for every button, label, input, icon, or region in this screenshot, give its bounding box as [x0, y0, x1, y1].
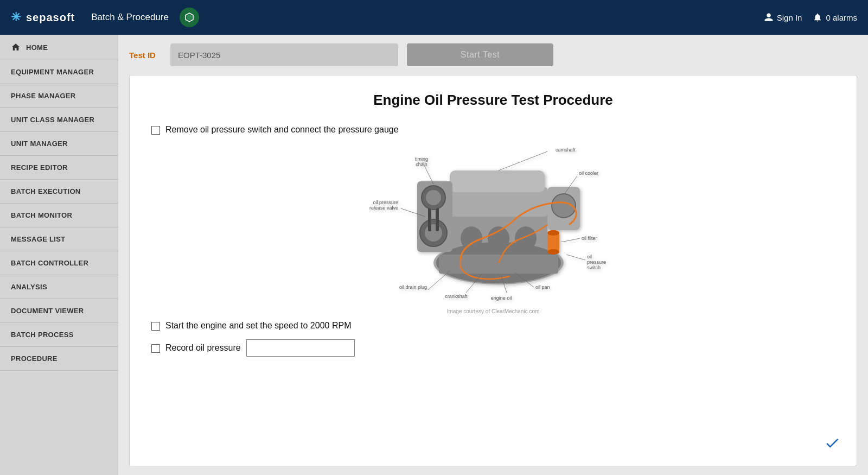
sidebar-label-batch-controller: BATCH CONTROLLER	[11, 259, 88, 267]
svg-rect-16	[428, 208, 431, 231]
sidebar-item-batch-execution[interactable]: BATCH EXECUTION	[0, 180, 118, 204]
hex-icon	[184, 12, 195, 23]
sidebar-label-message-list: MESSAGE LIST	[11, 235, 65, 243]
logo-text: sepasoft	[26, 11, 75, 24]
svg-rect-20	[547, 233, 559, 252]
test-id-label: Test ID	[129, 50, 162, 60]
svg-point-21	[547, 230, 559, 236]
svg-text:oil drain plug: oil drain plug	[399, 284, 427, 290]
svg-text:chain: chain	[416, 162, 427, 167]
sidebar-item-batch-monitor[interactable]: BATCH MONITOR	[0, 204, 118, 227]
sidebar-label-batch-monitor: BATCH MONITOR	[11, 211, 72, 219]
sidebar-label-batch-execution: BATCH EXECUTION	[11, 187, 80, 195]
svg-point-22	[547, 249, 559, 255]
svg-text:release valve: release valve	[369, 205, 398, 211]
nav-title: Batch & Procedure	[91, 12, 169, 23]
svg-text:timing: timing	[415, 156, 428, 162]
sidebar-label-equipment-manager: EQUIPMENT MANAGER	[11, 68, 94, 76]
logo: ✳ sepasoft	[11, 10, 75, 24]
sign-in-button[interactable]: Sign In	[764, 12, 802, 22]
sidebar-item-recipe-editor[interactable]: RECIPE EDITOR	[0, 156, 118, 180]
alarm-icon	[813, 12, 822, 22]
svg-marker-1	[187, 15, 192, 21]
oil-pressure-input[interactable]	[246, 339, 355, 357]
confirm-checkmark[interactable]	[824, 435, 840, 455]
step-3-text: Record oil pressure	[165, 343, 241, 353]
sidebar-item-unit-manager[interactable]: UNIT MANAGER	[0, 132, 118, 156]
sidebar-item-document-viewer[interactable]: DOCUMENT VIEWER	[0, 299, 118, 323]
step-3: Record oil pressure	[151, 339, 835, 357]
sidebar: HOME EQUIPMENT MANAGER PHASE MANAGER UNI…	[0, 35, 118, 475]
svg-point-10	[515, 226, 537, 250]
svg-text:oil pressure: oil pressure	[373, 200, 398, 205]
nav-right: Sign In 0 alarms	[764, 12, 857, 22]
svg-rect-17	[436, 208, 439, 231]
svg-text:switch: switch	[587, 265, 601, 270]
sidebar-label-phase-manager: PHASE MANAGER	[11, 92, 75, 100]
sidebar-label-batch-process: BATCH PROCESS	[11, 331, 74, 339]
procedure-title: Engine Oil Pressure Test Procedure	[151, 92, 835, 109]
user-icon	[764, 12, 774, 22]
svg-line-42	[428, 271, 450, 290]
step-1: Remove oil pressure switch and connect t…	[151, 125, 835, 135]
nav-left: ✳ sepasoft Batch & Procedure	[11, 8, 199, 27]
main-content: Test ID Start Test Engine Oil Pressure T…	[118, 35, 868, 475]
sidebar-item-phase-manager[interactable]: PHASE MANAGER	[0, 84, 118, 108]
sidebar-label-home: HOME	[26, 43, 48, 52]
main-layout: HOME EQUIPMENT MANAGER PHASE MANAGER UNI…	[0, 35, 868, 475]
svg-rect-7	[450, 170, 545, 192]
sidebar-label-procedure: PROCEDURE	[11, 354, 58, 363]
step-2-text: Start the engine and set the speed to 20…	[165, 321, 351, 331]
start-test-button[interactable]: Start Test	[407, 43, 553, 66]
test-id-input[interactable]	[170, 43, 398, 66]
svg-text:engine oil: engine oil	[491, 295, 512, 301]
sidebar-label-analysis: ANALYSIS	[11, 283, 47, 291]
svg-rect-5	[439, 255, 558, 274]
step-2-checkbox[interactable]	[151, 322, 160, 331]
svg-text:oil filter: oil filter	[582, 236, 597, 241]
svg-text:pressure: pressure	[587, 259, 606, 265]
svg-text:oil: oil	[587, 254, 592, 259]
sidebar-item-batch-controller[interactable]: BATCH CONTROLLER	[0, 251, 118, 275]
step-1-checkbox[interactable]	[151, 126, 160, 135]
sign-in-label[interactable]: Sign In	[777, 13, 802, 22]
svg-point-13	[426, 190, 441, 205]
checkmark-icon	[824, 435, 840, 451]
procedure-card: Engine Oil Pressure Test Procedure Remov…	[129, 75, 857, 466]
logo-icon: ✳	[11, 10, 21, 24]
svg-line-30	[561, 238, 580, 242]
step-1-text: Remove oil pressure switch and connect t…	[165, 125, 399, 135]
sidebar-label-recipe-editor: RECIPE EDITOR	[11, 163, 68, 172]
sidebar-label-unit-manager: UNIT MANAGER	[11, 140, 68, 148]
svg-line-26	[499, 151, 547, 170]
svg-point-8	[461, 226, 482, 250]
sidebar-item-home[interactable]: HOME	[0, 35, 118, 60]
nav-badge	[180, 8, 199, 27]
sidebar-label-document-viewer: DOCUMENT VIEWER	[11, 307, 84, 315]
sidebar-item-equipment-manager[interactable]: EQUIPMENT MANAGER	[0, 60, 118, 84]
sidebar-item-analysis[interactable]: ANALYSIS	[0, 275, 118, 299]
home-icon	[11, 42, 21, 52]
svg-line-32	[566, 255, 585, 260]
image-courtesy: Image courtesy of ClearMechanic.com	[151, 308, 835, 314]
svg-point-9	[488, 226, 509, 250]
svg-text:oil pan: oil pan	[535, 284, 550, 290]
top-navigation: ✳ sepasoft Batch & Procedure Sign In 0 a…	[0, 0, 868, 35]
alarms-button[interactable]: 0 alarms	[813, 12, 857, 22]
sidebar-item-batch-process[interactable]: BATCH PROCESS	[0, 323, 118, 347]
engine-diagram-container: timing chain camshaft oil cooler oil fil…	[151, 143, 835, 306]
engine-diagram: timing chain camshaft oil cooler oil fil…	[390, 143, 596, 306]
sidebar-item-message-list[interactable]: MESSAGE LIST	[0, 227, 118, 251]
sidebar-item-unit-class-manager[interactable]: UNIT CLASS MANAGER	[0, 108, 118, 132]
svg-point-15	[425, 224, 442, 242]
test-id-row: Test ID Start Test	[129, 43, 857, 66]
sidebar-item-procedure[interactable]: PROCEDURE	[0, 347, 118, 371]
svg-text:camshaft: camshaft	[556, 147, 576, 153]
step-3-checkbox[interactable]	[151, 344, 160, 353]
step-2: Start the engine and set the speed to 20…	[151, 321, 835, 331]
svg-text:oil cooler: oil cooler	[579, 170, 598, 176]
svg-text:crankshaft: crankshaft	[445, 294, 468, 299]
alarms-label[interactable]: 0 alarms	[826, 13, 857, 22]
sidebar-label-unit-class-manager: UNIT CLASS MANAGER	[11, 116, 94, 124]
